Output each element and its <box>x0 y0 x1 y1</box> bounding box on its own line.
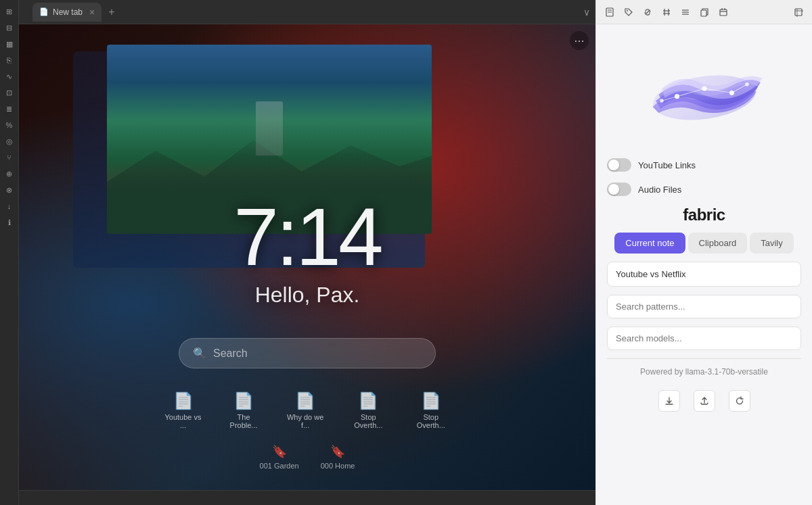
fabric-tabs: Current note Clipboard Tavily <box>607 233 801 254</box>
sidebar-icon-percent[interactable]: % <box>3 119 16 131</box>
upload-action-button[interactable] <box>694 390 715 412</box>
bottom-icons-row <box>658 385 750 417</box>
bookmark-name-1: 001 Garden <box>260 462 299 470</box>
sidebar-icon-bag[interactable]: ⊕ <box>3 168 16 180</box>
waterfall <box>256 101 283 155</box>
bookmark-icon-1: 🔖 <box>272 444 287 459</box>
browser-content: ··· 7:14 Hello, Pax. 🔍 Search 📄 Youtube … <box>19 24 595 490</box>
search-models-input[interactable] <box>607 327 801 350</box>
bookmarks-row: 🔖 001 Garden 🔖 000 Home <box>260 444 355 470</box>
search-patterns-input[interactable] <box>607 295 801 318</box>
toolbar-menu-icon[interactable] <box>679 5 692 19</box>
tab-current-note[interactable]: Current note <box>614 233 685 254</box>
file-icon-1: 📄 <box>173 391 194 410</box>
tab-bar: 📄 New tab × + ∨ <box>19 0 595 24</box>
main-area: 📄 New tab × + ∨ ··· 7:14 Hello, Pax. 🔍 S… <box>19 0 595 505</box>
clock-overlay: 7:14 Hello, Pax. <box>233 196 381 308</box>
sidebar-icon-apps[interactable]: ⊟ <box>3 22 16 34</box>
panel-separator <box>607 358 801 359</box>
left-sidebar: ⊞ ⊟ ▦ ⎘ ∿ ⊡ ≣ % ◎ ⑂ ⊕ ⊗ ↓ ℹ <box>0 0 19 505</box>
right-toolbar <box>596 0 812 24</box>
fabric-brand-name: fabric <box>683 206 725 224</box>
file-icon-5: 📄 <box>421 391 441 410</box>
recent-file-1[interactable]: 📄 Youtube vs ... <box>163 391 203 429</box>
recent-file-4[interactable]: 📄 Stop Overth... <box>348 391 388 429</box>
toolbar-expand-icon[interactable] <box>792 5 805 19</box>
tab-dropdown-button[interactable]: ∨ <box>583 7 590 18</box>
audio-toggle-row: Audio Files <box>607 181 801 197</box>
recent-file-5[interactable]: 📄 Stop Overth... <box>411 391 451 429</box>
svg-point-21 <box>745 82 748 86</box>
toolbar-copy-icon[interactable] <box>698 5 711 19</box>
tab-page-icon: 📄 <box>39 7 49 16</box>
tab-title: New tab <box>53 7 83 17</box>
svg-point-3 <box>627 10 628 11</box>
sidebar-icon-calendar[interactable]: ▦ <box>3 38 16 50</box>
new-tab-button[interactable]: + <box>104 6 118 18</box>
svg-rect-11 <box>701 10 706 16</box>
sidebar-icon-download[interactable]: ↓ <box>3 200 16 212</box>
clock-time: 7:14 <box>233 196 381 277</box>
bookmark-2[interactable]: 🔖 000 Home <box>321 444 355 470</box>
file-icon-3: 📄 <box>295 391 315 410</box>
file-name-1: Youtube vs ... <box>163 413 203 429</box>
recent-file-3[interactable]: 📄 Why do we f... <box>284 391 326 429</box>
recent-file-2[interactable]: 📄 The Proble... <box>225 391 263 429</box>
recent-files: 📄 Youtube vs ... 📄 The Proble... 📄 Why d… <box>163 391 451 429</box>
refresh-action-button[interactable] <box>729 390 750 412</box>
right-panel: YouTube Links Audio Files fabric Current… <box>595 0 812 505</box>
toolbar-file-icon[interactable] <box>603 5 616 19</box>
search-icon: 🔍 <box>193 347 206 360</box>
youtube-toggle-label: YouTube Links <box>638 160 696 170</box>
tab-close-button[interactable]: × <box>89 7 95 18</box>
audio-toggle-label: Audio Files <box>638 185 681 195</box>
clock-greeting: Hello, Pax. <box>233 283 381 308</box>
file-name-2: The Proble... <box>225 413 263 429</box>
fabric-logo <box>637 41 772 149</box>
svg-rect-12 <box>720 9 727 16</box>
sidebar-icon-clock[interactable]: ◎ <box>3 135 16 147</box>
sidebar-icon-layout[interactable]: ⊡ <box>3 87 16 99</box>
more-options-button[interactable]: ··· <box>570 31 589 50</box>
bookmark-1[interactable]: 🔖 001 Garden <box>260 444 299 470</box>
powered-by-text: Powered by llama-3.1-70b-versatile <box>640 367 768 377</box>
sidebar-icon-person[interactable]: ⊗ <box>3 184 16 196</box>
download-action-button[interactable] <box>658 390 680 412</box>
sidebar-icon-grid[interactable]: ⊞ <box>3 5 16 18</box>
file-name-4: Stop Overth... <box>348 413 388 429</box>
bookmark-name-2: 000 Home <box>321 462 355 470</box>
file-icon-4: 📄 <box>358 391 378 410</box>
toolbar-link-icon[interactable] <box>641 5 654 19</box>
toolbar-calendar-icon[interactable] <box>717 5 730 19</box>
youtube-toggle[interactable] <box>607 158 631 172</box>
active-tab[interactable]: 📄 New tab × <box>32 3 102 22</box>
note-value: Youtube vs Netflix <box>616 269 686 279</box>
svg-rect-16 <box>795 9 802 16</box>
file-icon-2: 📄 <box>233 391 254 410</box>
search-placeholder-text: Search <box>213 347 248 360</box>
sidebar-icon-file[interactable]: ⎘ <box>3 54 16 66</box>
tab-tavily[interactable]: Tavily <box>750 233 794 254</box>
toolbar-hash-icon[interactable] <box>660 5 673 19</box>
toolbar-tag-icon[interactable] <box>622 5 635 19</box>
tab-clipboard[interactable]: Clipboard <box>688 233 748 254</box>
file-name-3: Why do we f... <box>284 413 326 429</box>
audio-toggle[interactable] <box>607 183 631 196</box>
sidebar-icon-wave[interactable]: ∿ <box>3 70 16 82</box>
youtube-toggle-row: YouTube Links <box>607 157 801 173</box>
search-bar[interactable]: 🔍 Search <box>179 338 436 368</box>
sidebar-icon-info[interactable]: ℹ <box>3 216 16 229</box>
sidebar-icon-fork[interactable]: ⑂ <box>3 151 16 164</box>
status-bar <box>19 490 595 505</box>
file-name-5: Stop Overth... <box>411 413 451 429</box>
search-container: 🔍 Search <box>179 338 436 368</box>
note-display: Youtube vs Netflix <box>607 262 801 287</box>
fabric-panel: YouTube Links Audio Files fabric Current… <box>596 24 812 505</box>
bookmark-icon-2: 🔖 <box>330 444 345 459</box>
sidebar-icon-text[interactable]: ≣ <box>3 103 16 115</box>
